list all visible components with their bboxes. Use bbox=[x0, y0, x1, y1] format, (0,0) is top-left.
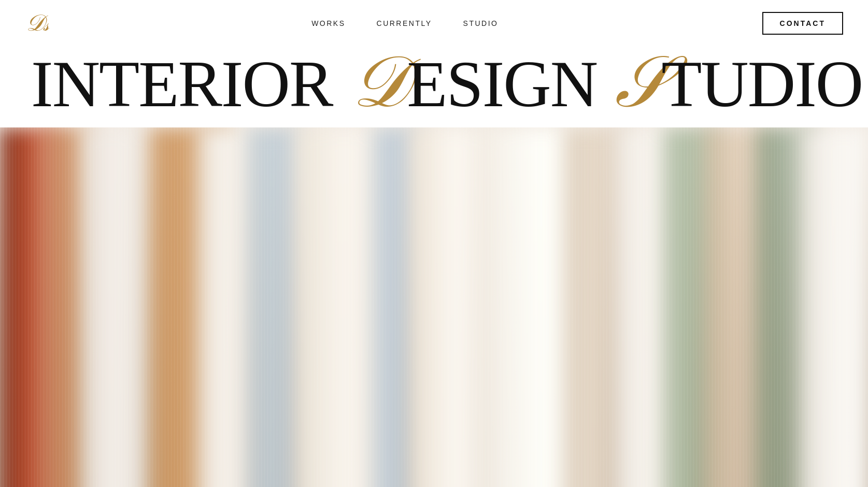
strip-6 bbox=[249, 127, 301, 487]
nav-studio[interactable]: STUDIO bbox=[463, 19, 499, 27]
nav-currently[interactable]: CURRENTLY bbox=[377, 19, 432, 27]
curtain-strips bbox=[0, 127, 868, 487]
hero-image bbox=[0, 127, 868, 487]
nav-works[interactable]: WORKS bbox=[311, 19, 345, 27]
hero-title-section: INTERIOR 𝒟ESIGN 𝒮TUDIO bbox=[0, 47, 868, 127]
strip-16 bbox=[798, 127, 868, 487]
strip-3 bbox=[83, 127, 150, 487]
hero-background bbox=[0, 127, 868, 487]
logo[interactable]: 𝒟𝓈 bbox=[25, 12, 48, 35]
logo-text: 𝒟𝓈 bbox=[25, 12, 48, 35]
script-s: 𝒮 bbox=[613, 42, 661, 122]
site-header: 𝒟𝓈 WORKS CURRENTLY STUDIO CONTACT bbox=[0, 0, 868, 47]
hero-title: INTERIOR 𝒟ESIGN 𝒮TUDIO bbox=[31, 47, 837, 118]
contact-button[interactable]: CONTACT bbox=[762, 12, 843, 35]
main-nav: WORKS CURRENTLY STUDIO bbox=[311, 19, 498, 27]
script-d: 𝒟 bbox=[348, 42, 407, 122]
